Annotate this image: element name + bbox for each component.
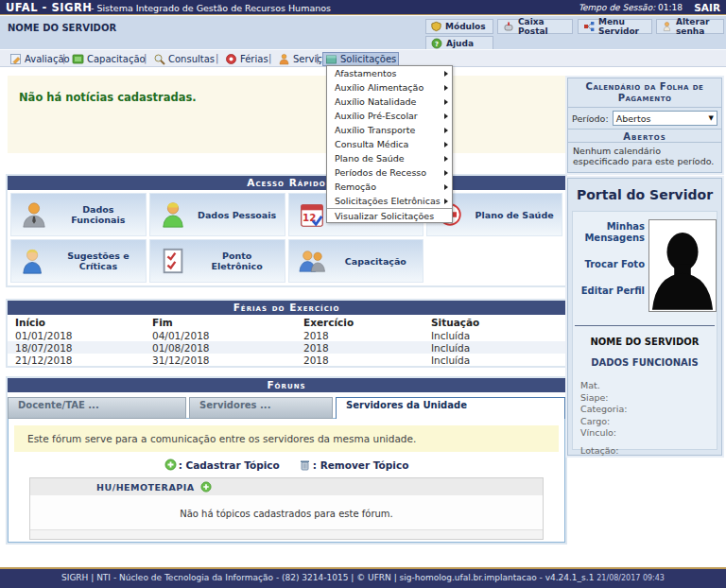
dropdown-item-auxilio-alimentacao[interactable]: Auxílio Alimentação [327, 80, 452, 95]
lifebuoy-icon [225, 53, 237, 65]
menu-item-ferias[interactable]: Férias [223, 52, 270, 66]
logout-link[interactable]: SAIR [694, 2, 720, 13]
cell-exercicio: 2018 [296, 354, 424, 366]
quick-access-title: Acesso Rápido [8, 176, 565, 190]
dropdown-item-visualizar-solicitacoes[interactable]: Visualizar Solicitações [327, 208, 452, 222]
tile-ponto-eletronico[interactable]: Ponto Eletrônico [149, 239, 285, 283]
tab-servidores[interactable]: Servidores ... [189, 397, 333, 419]
portal-server-name: NOME DO SERVIDOR [573, 337, 717, 347]
dropdown-item-consulta-medica[interactable]: Consulta Médica [327, 137, 452, 151]
calendar-empty-text: Nenhum calendário especificado para este… [568, 143, 721, 172]
tile-label: Plano de Saúde [473, 210, 562, 220]
dropdown-item-afastamentos[interactable]: Afastamentos [327, 66, 452, 80]
menu-separator: | [216, 53, 218, 63]
submenu-arrow-icon [444, 85, 448, 91]
shield-icon [431, 21, 441, 32]
dropdown-item-auxilio-pre-escolar[interactable]: Auxílio Pré-Escolar [327, 109, 452, 123]
tab-docente-tae[interactable]: Docente/TAE ... [8, 397, 186, 419]
submenu-arrow-icon [444, 128, 448, 133]
mailbox-icon [503, 21, 514, 32]
field-mat: Mat. [580, 380, 627, 392]
link-minhas-mensagens[interactable]: Minhas Mensagens [573, 221, 645, 244]
modulos-button[interactable]: Módulos [425, 19, 493, 34]
submenu-arrow-icon [444, 170, 448, 176]
legend-cadastrar-label: : Cadastrar Tópico [179, 459, 280, 471]
submenu-arrow-icon [444, 113, 448, 119]
dropdown-label: Afastamentos [335, 68, 396, 78]
svg-text:?: ? [435, 41, 439, 48]
tab-servidores-da-unidade[interactable]: Servidores da Unidade [336, 397, 565, 419]
calendar-section-header: Abertos [568, 129, 721, 143]
add-topic-icon[interactable] [164, 458, 177, 471]
forum-info-message: Este fórum serve para a comunicação entr… [14, 425, 559, 452]
field-vinculo: Vínculo: [580, 427, 627, 440]
table-row: 18/07/2018 01/08/2018 2018 Incluída [8, 341, 565, 354]
ajuda-label: Ajuda [446, 39, 474, 48]
menu-servidor-button[interactable]: Menu Servidor [578, 19, 652, 34]
modulos-label: Módulos [445, 22, 486, 31]
cell-fim: 04/01/2018 [145, 329, 296, 341]
avatar [648, 219, 717, 312]
dropdown-item-plano-de-saude[interactable]: Plano de Saúde [327, 151, 452, 165]
tile-label: Dados Pessoais [196, 210, 285, 220]
submenu-arrow-icon [444, 156, 448, 162]
portal-fields: Mat. Siape: Categoria: Cargo: Vínculo: L… [580, 380, 627, 457]
evaluation-icon [9, 53, 22, 65]
link-trocar-foto[interactable]: Trocar Foto [573, 259, 645, 270]
person-green-icon [150, 200, 196, 229]
forum-tabs: Docente/TAE ... Servidores ... Servidore… [8, 392, 565, 419]
submenu-arrow-icon [444, 184, 448, 190]
alterar-senha-label: Alterar senha [676, 17, 718, 36]
cell-fim: 31/12/2018 [145, 354, 296, 366]
tile-label: Dados Funcionais [57, 204, 146, 225]
menu-separator: | [62, 53, 65, 63]
person-key-icon [662, 21, 672, 32]
menu-servidor-label: Menu Servidor [598, 17, 647, 36]
menu-separator: | [316, 53, 319, 63]
payroll-calendar-panel: Calendário da Folha de Pagamento Período… [567, 78, 722, 173]
dropdown-item-solicitacoes-eletronicas[interactable]: Solicitações Eletrônicas [327, 194, 452, 208]
menu-item-consultas[interactable]: Consultas [151, 52, 216, 66]
tile-label: Ponto Eletrônico [196, 251, 285, 271]
add-topic-icon[interactable] [200, 481, 212, 493]
session-time: 01:18 [658, 3, 683, 12]
divider [575, 325, 715, 326]
table-row: 21/12/2018 31/12/2018 2018 Incluída [8, 354, 565, 366]
chevron-down-icon: ▼ [709, 114, 717, 122]
period-select[interactable]: Abertos ▼ [613, 111, 717, 126]
menu-item-capacitacao[interactable]: Capacitação [70, 52, 147, 66]
forum-legend: : Cadastrar Tópico : Remover Tópico [9, 458, 564, 471]
dropdown-item-periodos-de-recesso[interactable]: Períodos de Recesso [327, 165, 452, 180]
tile-capacitacao[interactable]: Capacitação [288, 239, 424, 283]
alterar-senha-button[interactable]: Alterar senha [656, 19, 724, 34]
caixa-postal-button[interactable]: Caixa Postal [497, 19, 573, 34]
menu-label: Férias [240, 54, 268, 64]
footer-text: SIGRH | NTI - Núcleo de Tecnologia da In… [61, 573, 594, 582]
top-bar: UFAL - SIGRH - Sistema Integrado de Gest… [0, 0, 726, 15]
dropdown-item-remocao[interactable]: Remoção [327, 180, 452, 194]
tile-label: Sugestões e Críticas [57, 251, 146, 271]
dropdown-label: Plano de Saúde [335, 153, 405, 164]
menu-item-solicitacoes[interactable]: Solicitações [322, 52, 399, 66]
dropdown-item-auxilio-natalidade[interactable]: Auxílio Natalidade [327, 95, 452, 109]
dropdown-label: Auxílio Natalidade [335, 96, 416, 107]
link-editar-perfil[interactable]: Editar Perfil [573, 285, 645, 297]
portal-inner: Minhas Mensagens Trocar Foto Editar Perf… [572, 211, 717, 450]
checklist-icon [150, 247, 196, 275]
portal-section-title: DADOS FUNCIONAIS [573, 357, 717, 368]
tile-sugestoes-criticas[interactable]: Sugestões e Críticas [10, 239, 147, 283]
dropdown-label: Períodos de Recesso [335, 167, 426, 178]
training-icon [72, 53, 84, 65]
remove-topic-icon[interactable] [299, 458, 311, 471]
tile-dados-funcionais[interactable]: Dados Funcionais [10, 193, 147, 236]
period-row: Período: Abertos ▼ [568, 108, 721, 129]
cell-inicio: 18/07/2018 [8, 341, 145, 354]
field-categoria: Categoria: [580, 404, 627, 416]
legend-remover: : Remover Tópico [299, 458, 409, 471]
forum-group-footer [30, 529, 543, 539]
dropdown-item-auxilio-transporte[interactable]: Auxílio Transporte [327, 123, 452, 137]
session-timer: Tempo de Sessão: 01:18 [579, 3, 683, 12]
tile-dados-pessoais[interactable]: Dados Pessoais [149, 193, 285, 236]
dropdown-label: Visualizar Solicitações [335, 211, 434, 221]
period-label: Período: [572, 113, 609, 124]
